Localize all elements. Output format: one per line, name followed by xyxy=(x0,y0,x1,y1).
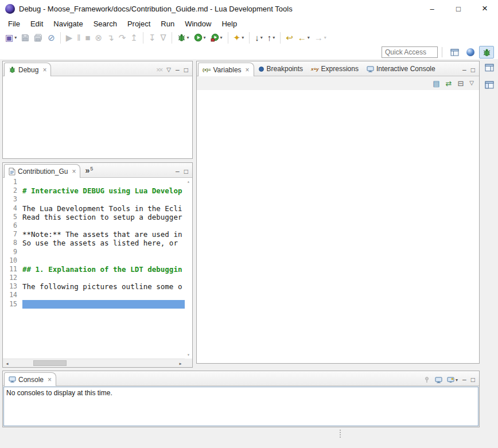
close-icon[interactable]: × xyxy=(246,66,250,74)
link-with-debug-button[interactable]: ⇄ xyxy=(445,79,452,88)
scroll-right-icon[interactable]: ▸ xyxy=(176,359,185,367)
scroll-down-icon[interactable]: ▾ xyxy=(187,352,190,357)
editor-line[interactable]: 4The Lua Development Tools in the Ecli xyxy=(3,204,185,213)
menu-file[interactable]: File xyxy=(3,18,25,29)
previous-annotation-button[interactable]: ↑ ▾ xyxy=(266,32,277,43)
remove-all-terminated-button[interactable]: ×× xyxy=(156,67,162,73)
menu-navigate[interactable]: Navigate xyxy=(48,18,88,29)
maximize-view-button[interactable]: □ xyxy=(184,168,188,175)
last-edit-location-button[interactable]: ↩ xyxy=(284,32,295,43)
scroll-up-icon[interactable]: ▴ xyxy=(187,179,190,184)
suspend-button[interactable]: ‖ xyxy=(75,32,82,43)
editor-line[interactable]: 13The following pictures outline some o xyxy=(3,282,185,291)
scrollbar-track[interactable] xyxy=(11,359,176,367)
run-button[interactable]: ▾ xyxy=(192,32,208,43)
editor-line[interactable]: 6 xyxy=(3,221,185,230)
save-all-button[interactable] xyxy=(32,33,45,43)
ldt-perspective-button[interactable] xyxy=(463,46,478,59)
chevron-down-icon: ▾ xyxy=(260,35,263,40)
editor-line[interactable]: 7**Note:** The assets that are used in xyxy=(3,230,185,239)
editor-horizontal-scrollbar[interactable]: ◂ ▸ xyxy=(3,359,185,367)
editor-line[interactable]: 9 xyxy=(3,248,185,256)
window-minimize-button[interactable]: – xyxy=(419,0,445,17)
tab-expressions[interactable]: x+y Expressions xyxy=(307,62,363,76)
terminate-button[interactable]: ■ xyxy=(84,32,92,43)
console-message-area[interactable]: No consoles to display at this time. xyxy=(3,387,478,426)
window-close-button[interactable]: × xyxy=(472,0,498,17)
menu-project[interactable]: Project xyxy=(122,18,155,29)
debug-perspective-button[interactable] xyxy=(479,46,494,59)
close-icon[interactable]: × xyxy=(72,167,76,176)
editor-line[interactable]: 11## 1. Explanation of the LDT debuggin xyxy=(3,265,185,274)
maximize-view-button[interactable]: □ xyxy=(471,67,475,73)
pin-console-icon[interactable] xyxy=(423,376,430,383)
quick-access-input[interactable] xyxy=(382,46,438,58)
maximize-view-button[interactable]: □ xyxy=(471,376,475,383)
next-annotation-button[interactable]: ↓ ▾ xyxy=(253,32,264,43)
editor-line[interactable]: 10 xyxy=(3,256,185,265)
editor-line[interactable]: 14 xyxy=(3,291,185,299)
menu-window[interactable]: Window xyxy=(180,18,216,29)
editor-line[interactable]: 12 xyxy=(3,274,185,282)
tab-interactive-console[interactable]: Interactive Console xyxy=(363,62,439,76)
step-over-button[interactable]: ↷ xyxy=(117,32,128,43)
tab-breakpoints[interactable]: Breakpoints xyxy=(254,62,307,76)
window-title: Debug - Moose_Framework/docs/Contributio… xyxy=(19,5,293,13)
use-step-filters-button[interactable]: ∇ xyxy=(158,32,168,43)
tab-variables[interactable]: (x)= Variables × xyxy=(198,63,254,76)
window-maximize-button[interactable]: □ xyxy=(445,0,472,17)
editor-line[interactable]: 8So use the assets as listed here, or xyxy=(3,239,185,247)
back-button[interactable]: ← ▾ xyxy=(296,32,312,43)
line-number: 8 xyxy=(3,239,22,247)
scrollbar-thumb[interactable] xyxy=(33,360,67,366)
close-icon[interactable]: × xyxy=(48,376,52,384)
menu-run[interactable]: Run xyxy=(155,18,180,29)
minimize-view-button[interactable]: – xyxy=(462,376,466,383)
new-button[interactable]: ▣ ▾ xyxy=(3,32,18,43)
editor-line-selected[interactable]: 15 xyxy=(3,300,185,309)
save-button[interactable] xyxy=(20,33,31,43)
toolbar-separator xyxy=(228,32,228,44)
minimize-view-button[interactable]: – xyxy=(462,67,466,73)
editor-line[interactable]: 5Read this section to setup a debugger xyxy=(3,213,185,221)
display-selected-console-icon[interactable] xyxy=(435,377,442,383)
skip-all-breakpoints-button[interactable]: ⊘ xyxy=(46,32,57,43)
step-return-button[interactable]: ↥ xyxy=(129,32,139,43)
disconnect-button[interactable]: ⊗ xyxy=(94,32,104,43)
close-icon[interactable]: × xyxy=(42,66,46,74)
debug-button[interactable]: ▾ xyxy=(176,32,191,43)
editor-vertical-scrollbar[interactable]: ▴ ▾ xyxy=(185,178,192,359)
search-button[interactable]: ✦ ▾ xyxy=(232,32,246,43)
open-perspective-button[interactable] xyxy=(447,46,462,59)
open-console-button[interactable]: ▾ xyxy=(447,377,458,383)
tab-debug[interactable]: Debug × xyxy=(4,63,51,76)
view-menu-button[interactable]: ▽ xyxy=(469,80,474,87)
forward-button[interactable]: → ▾ xyxy=(313,32,328,43)
drop-to-frame-button[interactable]: ↧ xyxy=(147,32,158,43)
debug-view-content[interactable] xyxy=(3,76,192,158)
step-into-button[interactable]: ↴ xyxy=(105,32,116,43)
tab-contribution-guide[interactable]: Contribution_Gu × xyxy=(4,164,80,178)
menu-help[interactable]: Help xyxy=(216,18,242,29)
editor-line[interactable]: 2# Interactive DEBUG using Lua Develop xyxy=(3,186,185,195)
external-tools-button[interactable]: ▾ xyxy=(209,32,224,43)
menu-edit[interactable]: Edit xyxy=(25,18,48,29)
minimized-view-button[interactable] xyxy=(483,79,496,91)
collapse-all-button[interactable]: ⊟ xyxy=(457,79,464,88)
menu-search[interactable]: Search xyxy=(88,18,122,29)
tab-console[interactable]: Console × xyxy=(4,372,56,386)
editor-line[interactable]: 1 xyxy=(3,178,185,186)
minimized-view-button[interactable] xyxy=(483,62,496,73)
minimize-view-button[interactable]: – xyxy=(176,67,180,73)
line-number: 5 xyxy=(3,213,22,221)
editor-line[interactable]: 3 xyxy=(3,195,185,204)
resume-button[interactable]: ▶ xyxy=(64,32,75,43)
scroll-left-icon[interactable]: ◂ xyxy=(3,359,11,367)
editor-tab-overflow-button[interactable]: » 5 xyxy=(80,163,98,177)
maximize-view-button[interactable]: □ xyxy=(184,67,188,73)
variables-view-content[interactable] xyxy=(197,90,479,363)
show-logical-structure-button[interactable]: ▤ xyxy=(433,79,439,88)
view-menu-button[interactable]: ▽ xyxy=(166,67,171,73)
bottom-sash-handle[interactable] xyxy=(340,430,341,438)
minimize-view-button[interactable]: – xyxy=(176,168,180,175)
